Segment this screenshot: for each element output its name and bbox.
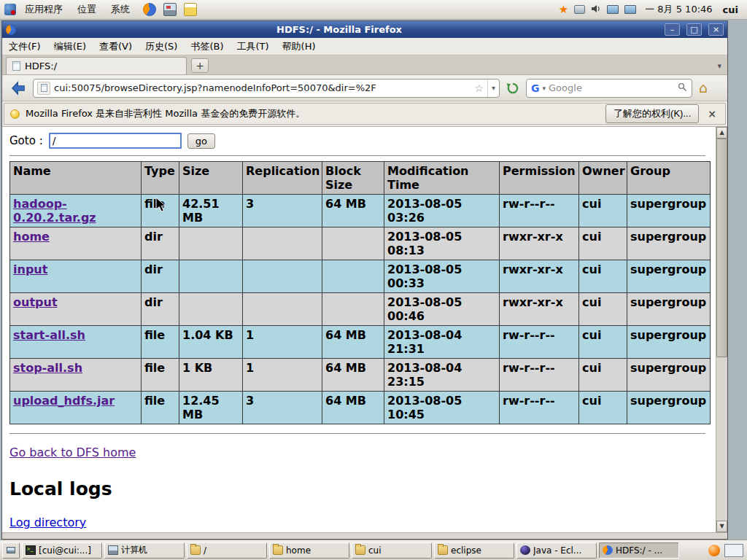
- header-name: Name: [10, 162, 142, 195]
- cell-name: stop-all.sh: [10, 359, 142, 392]
- taskbar-tasks: [cui@cui:...] 计算机 / home cui eclipse Jav…: [22, 542, 679, 559]
- taskbar-task-button[interactable]: 计算机: [104, 542, 185, 559]
- bookmark-star-icon[interactable]: ☆: [474, 82, 484, 94]
- back-button[interactable]: [8, 78, 28, 98]
- browser-viewport: Goto : go Name Type Size Replication: [2, 126, 727, 532]
- show-desktop-button[interactable]: [2, 542, 20, 559]
- cell-modification-time: 2013-08-05 00:46: [384, 293, 500, 326]
- log-directory-link[interactable]: Log directory: [9, 516, 86, 529]
- menu-help[interactable]: 帮助(H): [276, 37, 322, 56]
- search-bar[interactable]: G ▾ Google: [526, 79, 692, 98]
- dfs-home-link[interactable]: Go back to DFS home: [9, 446, 136, 459]
- cell-replication: 1: [243, 359, 322, 392]
- display-tray-icon[interactable]: [607, 5, 619, 14]
- search-engine-dropdown-icon[interactable]: ▾: [543, 85, 546, 92]
- task-label: [cui@cui:...]: [39, 545, 91, 556]
- volume-tray-icon[interactable]: [591, 4, 601, 16]
- star-tray-icon[interactable]: ★: [559, 4, 568, 15]
- url-bar[interactable]: cui:50075/browseDirectory.jsp?namenodeIn…: [33, 79, 500, 98]
- new-tab-button[interactable]: +: [191, 58, 209, 73]
- site-identity-icon[interactable]: [37, 82, 50, 95]
- cell-type: dir: [142, 293, 179, 326]
- know-your-rights-button[interactable]: 了解您的权利(K)...: [605, 104, 699, 123]
- cell-name: output: [10, 293, 142, 326]
- cell-block-size: 64 MB: [322, 326, 384, 359]
- display2-tray-icon[interactable]: [624, 5, 636, 14]
- cell-modification-time: 2013-08-04 21:31: [384, 326, 500, 359]
- table-row: hadoop-0.20.2.tar.gz file 42.51 MB 3 64 …: [10, 195, 711, 228]
- tab-list-dropdown-icon[interactable]: ▾: [717, 61, 721, 71]
- cell-size: 42.51 MB: [179, 195, 243, 228]
- google-logo-icon[interactable]: G: [531, 82, 540, 94]
- status-bar: [2, 532, 727, 539]
- url-text[interactable]: cui:50075/browseDirectory.jsp?namenodeIn…: [54, 82, 471, 93]
- minimize-button[interactable]: –: [665, 23, 680, 36]
- notification-bar: Mozilla Firefox 是来自非营利性 Mozilla 基金会的免费开源…: [4, 103, 726, 125]
- panel-clock[interactable]: 一 8月 5 10:46: [642, 3, 715, 16]
- go-button[interactable]: go: [187, 133, 215, 149]
- scroll-down-icon[interactable]: ▼: [716, 521, 727, 532]
- goto-input[interactable]: [49, 133, 182, 149]
- url-history-dropdown-icon[interactable]: ▾: [487, 79, 495, 97]
- scrollbar-track[interactable]: [716, 139, 727, 521]
- tab-hdfs[interactable]: HDFS:/: [6, 57, 187, 74]
- maximize-button[interactable]: □: [686, 23, 702, 36]
- cell-size: [179, 293, 243, 326]
- taskbar-task-button[interactable]: Java - Ecl...: [516, 542, 597, 559]
- workspace-switcher[interactable]: [724, 544, 743, 557]
- panel-user[interactable]: cui: [721, 4, 743, 15]
- applications-menu[interactable]: 应用程序: [19, 1, 69, 18]
- cell-size: [179, 228, 243, 260]
- search-magnifier-icon[interactable]: [678, 81, 687, 95]
- taskbar-task-button[interactable]: cui: [352, 542, 432, 559]
- firefox-launcher-icon[interactable]: [143, 3, 156, 16]
- file-link[interactable]: output: [13, 295, 58, 309]
- update-notifier-icon[interactable]: [708, 545, 720, 556]
- cell-permission: rw-r--r--: [500, 359, 579, 392]
- cell-replication: [243, 228, 322, 260]
- file-link[interactable]: input: [13, 262, 47, 276]
- computer-launcher-icon[interactable]: [163, 3, 177, 16]
- firefox-window: HDFS:/ - Mozilla Firefox – □ × 文件(F) 编辑(…: [1, 20, 728, 540]
- scroll-up-icon[interactable]: ▲: [716, 127, 727, 139]
- cell-type: file: [142, 359, 179, 392]
- divider-bottom: [9, 433, 705, 435]
- menu-tools[interactable]: 工具(T): [231, 37, 276, 56]
- text-editor-launcher-icon[interactable]: [184, 3, 197, 16]
- scrollbar-thumb[interactable]: [716, 139, 727, 357]
- cell-permission: rw-r--r--: [500, 326, 579, 359]
- panel-tray: ★ 一 8月 5 10:46 cui: [559, 3, 743, 16]
- file-link[interactable]: start-all.sh: [13, 328, 85, 342]
- close-button[interactable]: ×: [708, 23, 724, 36]
- device-tray-icon[interactable]: [574, 5, 585, 14]
- cell-size: 1 KB: [179, 359, 243, 392]
- menu-view[interactable]: 查看(V): [93, 37, 139, 56]
- cell-name: upload_hdfs.jar: [10, 392, 142, 424]
- places-menu[interactable]: 位置: [71, 1, 102, 18]
- vertical-scrollbar[interactable]: ▲ ▼: [716, 127, 727, 532]
- reload-button[interactable]: [504, 79, 522, 97]
- taskbar-task-button[interactable]: home: [269, 542, 349, 559]
- taskbar-task-button[interactable]: /: [187, 542, 267, 559]
- cell-group: supergroup: [627, 195, 711, 228]
- cell-permission: rwxr-xr-x: [500, 228, 579, 260]
- file-link[interactable]: stop-all.sh: [13, 361, 82, 375]
- file-link[interactable]: home: [13, 230, 50, 244]
- taskbar-task-button[interactable]: eclipse: [434, 542, 514, 559]
- page-favicon: [12, 61, 20, 71]
- home-button[interactable]: ⌂: [697, 81, 710, 95]
- system-menu[interactable]: 系统: [105, 1, 136, 18]
- notification-close-icon[interactable]: ×: [705, 108, 719, 120]
- menu-history[interactable]: 历史(S): [139, 37, 184, 56]
- taskbar-task-button[interactable]: [cui@cui:...]: [22, 542, 102, 559]
- taskbar-task-button[interactable]: HDFS:/ - ...: [599, 542, 679, 559]
- file-link[interactable]: hadoop-0.20.2.tar.gz: [13, 197, 96, 225]
- cell-name: input: [10, 260, 142, 293]
- window-titlebar[interactable]: HDFS:/ - Mozilla Firefox – □ ×: [2, 21, 727, 38]
- menu-edit[interactable]: 编辑(E): [47, 37, 93, 56]
- header-owner: Owner: [579, 162, 627, 195]
- search-placeholder[interactable]: Google: [549, 82, 675, 93]
- file-link[interactable]: upload_hdfs.jar: [13, 394, 115, 408]
- menu-bookmarks[interactable]: 书签(B): [184, 37, 230, 56]
- menu-file[interactable]: 文件(F): [2, 37, 47, 56]
